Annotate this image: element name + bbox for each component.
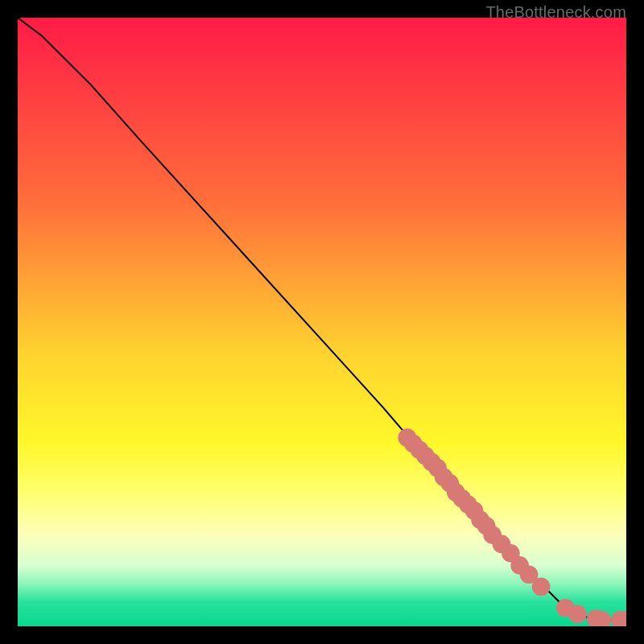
data-point: [522, 568, 535, 580]
chart-svg: [18, 18, 626, 626]
plot-area: [18, 18, 626, 626]
chart-frame: TheBottleneck.com: [0, 0, 644, 644]
data-point: [505, 547, 517, 559]
data-point: [596, 614, 608, 626]
data-point: [620, 614, 626, 626]
data-points: [401, 431, 626, 626]
data-point: [535, 580, 547, 592]
data-point: [572, 608, 584, 620]
bottleneck-curve: [18, 18, 626, 620]
watermark-text: TheBottleneck.com: [485, 3, 626, 22]
